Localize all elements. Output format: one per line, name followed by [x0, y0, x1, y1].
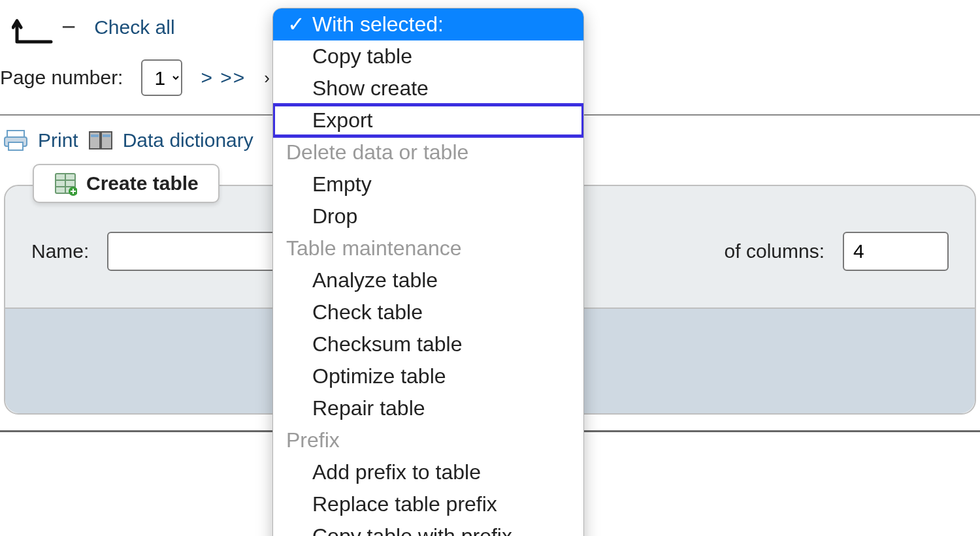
check-all-link[interactable]: Check all — [94, 16, 174, 39]
select-arrow-icon — [12, 14, 43, 40]
dropdown-drop[interactable]: Drop — [273, 200, 583, 232]
chevron-right-icon[interactable]: › — [264, 68, 270, 88]
with-selected-dropdown[interactable]: With selected: Copy table Show create Ex… — [272, 8, 584, 536]
dropdown-replace-prefix[interactable]: Replace table prefix — [273, 488, 583, 520]
create-table-legend: Create table — [33, 164, 220, 203]
dropdown-group-prefix: Prefix — [273, 424, 583, 456]
svg-rect-4 — [101, 132, 112, 149]
data-dictionary-icon — [88, 127, 114, 153]
page-number-label: Page number: — [0, 67, 123, 89]
dropdown-group-maintenance: Table maintenance — [273, 232, 583, 264]
print-icon — [3, 127, 29, 153]
dropdown-copy-prefix[interactable]: Copy table with prefix — [273, 520, 583, 536]
dropdown-group-delete: Delete data or table — [273, 136, 583, 168]
dropdown-check[interactable]: Check table — [273, 296, 583, 328]
dropdown-checksum[interactable]: Checksum table — [273, 328, 583, 360]
dropdown-header[interactable]: With selected: — [273, 8, 583, 40]
svg-rect-6 — [103, 134, 110, 137]
dropdown-empty[interactable]: Empty — [273, 168, 583, 200]
print-link[interactable]: Print — [38, 129, 78, 151]
page-number-select[interactable]: 1 — [141, 59, 182, 96]
name-label: Name: — [31, 240, 89, 262]
num-columns-input[interactable] — [843, 232, 949, 271]
dropdown-repair[interactable]: Repair table — [273, 392, 583, 424]
num-columns-label: of columns: — [725, 240, 825, 262]
create-table-legend-text: Create table — [86, 172, 199, 195]
uncheck-icon[interactable]: − — [61, 13, 76, 41]
create-table-icon — [54, 172, 77, 195]
svg-rect-5 — [91, 134, 99, 137]
dropdown-show-create[interactable]: Show create — [273, 72, 583, 104]
dropdown-copy-table[interactable]: Copy table — [273, 40, 583, 72]
svg-rect-2 — [8, 142, 23, 150]
data-dictionary-link[interactable]: Data dictionary — [123, 129, 253, 151]
next-page-link[interactable]: > >> — [201, 67, 246, 89]
dropdown-add-prefix[interactable]: Add prefix to table — [273, 456, 583, 488]
svg-rect-0 — [7, 131, 24, 137]
dropdown-analyze[interactable]: Analyze table — [273, 264, 583, 296]
dropdown-optimize[interactable]: Optimize table — [273, 360, 583, 392]
svg-rect-3 — [90, 132, 100, 149]
dropdown-export[interactable]: Export — [273, 104, 583, 136]
